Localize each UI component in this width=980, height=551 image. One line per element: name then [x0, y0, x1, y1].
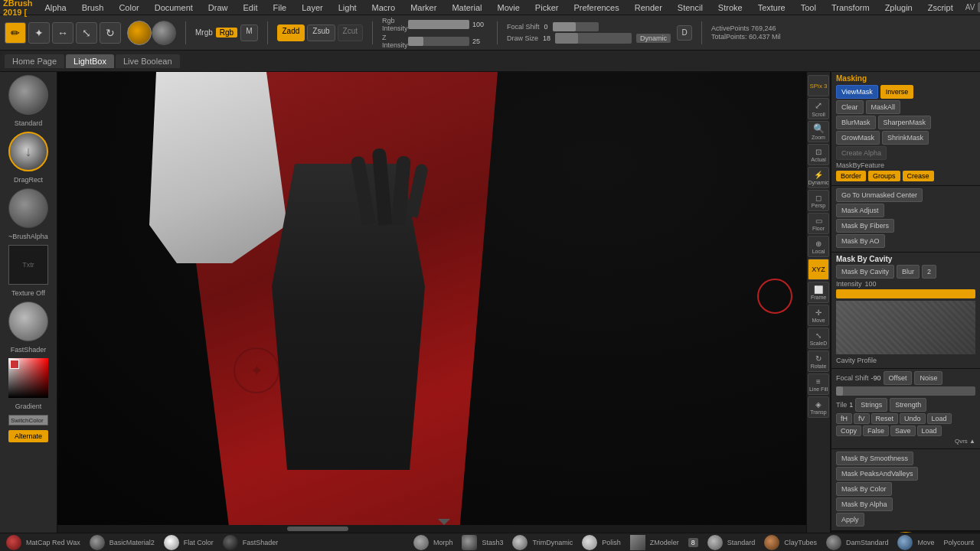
dynamic-button[interactable]: Dynamic — [636, 34, 671, 43]
mask-adjust-button[interactable]: Mask Adjust — [836, 204, 884, 217]
canvas-area[interactable]: ✦ — [57, 72, 831, 533]
apply-button[interactable]: Apply — [836, 513, 864, 527]
border-button[interactable]: Border — [836, 171, 866, 181]
menu-zscript[interactable]: Zscript — [925, 2, 956, 14]
menu-movie[interactable]: Movie — [495, 2, 523, 14]
alternate-button[interactable]: Alternate — [8, 430, 48, 442]
tab-lightbox[interactable]: LightBox — [66, 54, 114, 68]
menu-transform[interactable]: Transform — [828, 2, 873, 14]
canvas-collapse-triangle[interactable] — [438, 519, 450, 525]
texture-preview[interactable]: Txtr — [8, 245, 48, 285]
zoom-icon-btn[interactable]: 🔍 Zoom — [808, 121, 829, 142]
menu-tool[interactable]: Tool — [798, 2, 819, 14]
move-button[interactable]: ↔ — [52, 22, 74, 44]
d-button[interactable]: D — [677, 25, 692, 41]
scale-button[interactable]: ⤡ — [76, 22, 97, 44]
material-sphere[interactable] — [127, 21, 152, 45]
draw-mode-button[interactable]: ✏ — [5, 22, 26, 44]
fastshader[interactable]: FastShader — [223, 535, 279, 550]
load-button[interactable]: Load — [927, 413, 952, 424]
focal-shift-slider[interactable] — [553, 22, 599, 31]
strings-button[interactable]: Strings — [855, 398, 887, 412]
zcut-button[interactable]: Zcut — [338, 24, 363, 41]
mask-by-fibers-button[interactable]: Mask By Fibers — [836, 219, 894, 233]
mask-by-cavity-button[interactable]: Mask By Cavity — [836, 265, 894, 279]
matcap-redwax[interactable]: MatCap Red Wax — [6, 535, 80, 550]
viewmask-button[interactable]: ViewMask — [836, 85, 878, 99]
menu-file[interactable]: File — [270, 2, 289, 14]
create-alpha-button[interactable]: Create Alpha — [836, 146, 887, 160]
menu-marker[interactable]: Marker — [407, 2, 439, 14]
canvas-scrollbar[interactable] — [57, 525, 831, 533]
groups-button[interactable]: Groups — [868, 171, 900, 181]
undo-button[interactable]: Undo — [900, 413, 926, 424]
focal-shift-slider[interactable] — [836, 386, 975, 396]
menu-macro[interactable]: Macro — [369, 2, 399, 14]
move-tool[interactable]: Move — [897, 535, 934, 550]
crease-button[interactable]: Crease — [903, 171, 934, 181]
zmodeler-tool[interactable]: ZModeler — [630, 535, 679, 550]
menu-document[interactable]: Document — [152, 2, 196, 14]
clear-button[interactable]: Clear — [836, 100, 864, 114]
color-picker[interactable] — [8, 358, 48, 398]
maskall-button[interactable]: MaskAll — [866, 100, 901, 114]
draw-dot-button[interactable]: ✦ — [28, 22, 50, 44]
mask-by-alpha-button[interactable]: Mask By Alpha — [836, 497, 893, 511]
color-sphere[interactable] — [152, 21, 176, 45]
intensity-slider[interactable] — [836, 289, 975, 298]
m-button[interactable]: M — [240, 24, 257, 41]
menu-material[interactable]: Material — [449, 2, 485, 14]
polish-tool[interactable]: Polish — [582, 535, 621, 550]
mask-by-ao-button[interactable]: Mask By AO — [836, 234, 885, 248]
move-icon-btn[interactable]: ✛ Move — [808, 305, 829, 326]
rotate-icon-btn[interactable]: ↻ Rotate — [808, 350, 829, 372]
brush-alpha-preview[interactable] — [8, 188, 48, 228]
linefill-icon-btn[interactable]: ≡ Line Fill — [808, 373, 829, 395]
standard-tool[interactable]: Standard — [707, 535, 756, 550]
strength-button[interactable]: Strength — [890, 398, 926, 412]
scrollbar-thumb[interactable] — [287, 527, 348, 531]
shrinkmask-button[interactable]: ShrinkMask — [882, 131, 929, 145]
drawsize-slider[interactable] — [555, 33, 632, 44]
floor-icon-btn[interactable]: ▭ Floor — [808, 213, 829, 234]
frame-icon-btn[interactable]: ⬜ Frame — [808, 282, 829, 303]
growmask-button[interactable]: GrowMask — [836, 131, 880, 145]
mask-by-smoothness-button[interactable]: Mask By Smoothness — [836, 452, 913, 465]
scaled-icon-btn[interactable]: ⤡ ScaleD — [808, 328, 829, 349]
load2-button[interactable]: Load — [917, 425, 942, 436]
zadd-button[interactable]: Zadd — [277, 24, 305, 41]
menu-alpha[interactable]: Alpha — [42, 2, 70, 14]
scroll-icon-btn[interactable]: ⤢ Scroll — [808, 98, 829, 119]
transp-icon-btn[interactable]: ◈ Transp — [808, 396, 829, 418]
basicmaterial2[interactable]: BasicMaterial2 — [90, 535, 155, 550]
go-to-unmasked-button[interactable]: Go To Unmasked Center — [836, 188, 923, 202]
switch-color-button[interactable]: SwitchColor — [8, 415, 48, 425]
morph-tool[interactable]: Morph — [413, 535, 453, 550]
menu-color[interactable]: Color — [116, 2, 142, 14]
claytubes-tool[interactable]: ClayTubes — [764, 535, 817, 550]
local-icon-btn[interactable]: ⊕ Local — [808, 236, 829, 257]
offset-button[interactable]: Offset — [884, 371, 913, 385]
rotate-button[interactable]: ↻ — [100, 22, 121, 44]
menu-stencil[interactable]: Stencil — [675, 2, 706, 14]
z-intensity-slider[interactable] — [408, 37, 469, 46]
inverse-button[interactable]: Inverse — [880, 85, 914, 99]
trimdynamic-tool[interactable]: TrimDynamic — [512, 535, 573, 550]
rgb-button[interactable]: Rgb — [216, 28, 237, 37]
persp-icon-btn[interactable]: ◻ Persp — [808, 190, 829, 211]
fh-button[interactable]: fH — [836, 413, 852, 424]
save-button[interactable]: Save — [890, 425, 916, 436]
tab-live-boolean[interactable]: Live Boolean — [116, 54, 180, 68]
false-button[interactable]: False — [863, 425, 889, 436]
noise-button[interactable]: Noise — [914, 371, 942, 385]
menu-light[interactable]: Light — [335, 2, 360, 14]
menu-brush[interactable]: Brush — [79, 2, 107, 14]
menu-layer[interactable]: Layer — [299, 2, 326, 14]
menu-edit[interactable]: Edit — [240, 2, 261, 14]
fastshader-preview[interactable] — [8, 302, 48, 341]
standard-brush-preview[interactable] — [8, 75, 48, 115]
blurmask-button[interactable]: BlurMask — [836, 116, 876, 129]
menu-zplugin[interactable]: Zplugin — [882, 2, 916, 14]
menu-texture[interactable]: Texture — [755, 2, 789, 14]
sharpenmask-button[interactable]: SharpenMask — [878, 116, 932, 129]
